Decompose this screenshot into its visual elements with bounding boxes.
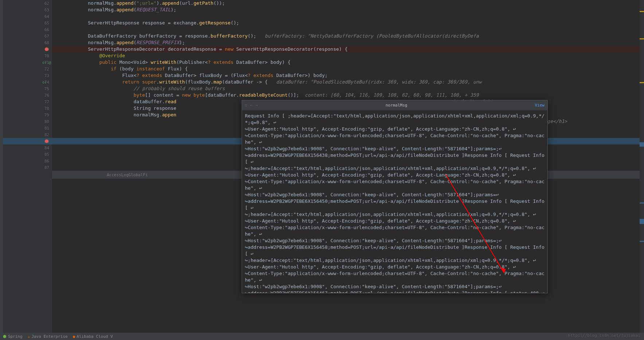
- code-line[interactable]: DataBufferFactory bufferFactory = respon…: [52, 33, 644, 39]
- info-marker-icon[interactable]: [640, 202, 644, 204]
- tool-tab-spring[interactable]: ⬢Spring: [3, 334, 23, 339]
- code-line[interactable]: @Override: [52, 53, 644, 59]
- tool-tab-java-ee[interactable]: ☕Java Enterprise: [28, 334, 68, 339]
- line-number: 72: [38, 67, 49, 72]
- line-number: 81: [38, 126, 49, 131]
- info-marker-icon[interactable]: [640, 241, 644, 242]
- breakpoint-icon[interactable]: [45, 47, 48, 51]
- code-line[interactable]: normalMsg.append(REQUEST_TAIL);: [52, 7, 644, 13]
- code-line[interactable]: Flux<? extends DataBuffer> fluxBody = (F…: [52, 72, 644, 79]
- line-number: 80: [38, 119, 49, 124]
- line-number: 67: [38, 34, 49, 39]
- info-marker-icon[interactable]: [640, 142, 644, 147]
- line-number: 62: [38, 1, 49, 6]
- line-number: 77: [38, 100, 49, 104]
- nav-back-icon[interactable]: ←: [250, 103, 253, 108]
- editor-gutter[interactable]: 62 63 64 65 66 67 68 69 70 71o↑ @ 72 73 …: [3, 0, 52, 340]
- breakpoint-icon[interactable]: [45, 139, 48, 143]
- code-line[interactable]: ServerHttpResponseDecorator decoratedRes…: [52, 46, 644, 53]
- nav-forward-icon[interactable]: →: [255, 103, 258, 108]
- debug-popup-header: ⊟ ← → normalMsg View: [242, 100, 547, 111]
- line-number: 84: [38, 146, 49, 150]
- line-number: 82: [38, 132, 49, 137]
- debug-value-popup[interactable]: ⊟ ← → normalMsg View Request Info [ ;hea…: [242, 100, 548, 293]
- line-number: 85: [38, 152, 49, 157]
- line-number: 68: [38, 40, 49, 45]
- warning-marker-icon[interactable]: [640, 82, 644, 83]
- breadcrumb-item[interactable]: AccessLogGlobalFi: [107, 173, 148, 177]
- line-number: 75: [38, 86, 49, 91]
- line-number: 78: [38, 106, 49, 111]
- code-line[interactable]: normalMsg.append(";url=").append(url.get…: [52, 0, 644, 7]
- pin-icon[interactable]: ⊟: [245, 103, 247, 108]
- code-line[interactable]: [52, 26, 644, 33]
- line-number: 73: [38, 73, 49, 78]
- status-bar: ⬢Spring ☕Java Enterprise ◉Alibaba Cloud …: [0, 333, 644, 340]
- tool-window-stripe-left[interactable]: [0, 0, 3, 340]
- watermark-text: https://blog.csdn.net/fujiakai: [568, 333, 640, 338]
- debug-variable-name: normalMsg: [261, 103, 532, 108]
- line-number: 65: [38, 21, 49, 26]
- code-editor[interactable]: normalMsg.append(";url=").append(url.get…: [52, 0, 644, 340]
- override-marker-icon[interactable]: o↑ @: [42, 61, 51, 65]
- line-number: 63: [38, 8, 49, 12]
- code-line[interactable]: normalMsg.append(RESPONSE_PREFIX);: [52, 39, 644, 46]
- editor-root: 62 63 64 65 66 67 68 69 70 71o↑ @ 72 73 …: [0, 0, 644, 340]
- code-line[interactable]: public Mono<Void> writeWith(Publisher<? …: [52, 59, 644, 66]
- line-number: 70: [38, 54, 49, 58]
- inline-debug-hint: bufferFactory: "NettyDataBufferFactory (…: [265, 33, 479, 39]
- view-link[interactable]: View: [535, 103, 545, 108]
- info-marker-icon[interactable]: [640, 219, 644, 224]
- constant: REQUEST_TAIL: [136, 7, 171, 12]
- line-number: 76: [38, 93, 49, 98]
- line-number: 66: [38, 27, 49, 32]
- error-stripe[interactable]: [640, 0, 644, 340]
- inline-debug-hint: content: [60, 104, 116, 109, 108, 62, 60…: [305, 92, 479, 98]
- code-line[interactable]: // probably should reuse buffers: [52, 85, 644, 92]
- code-line[interactable]: [52, 13, 644, 20]
- code-line[interactable]: if (body instanceof Flux) {: [52, 66, 644, 72]
- code-line[interactable]: return super.writeWith(fluxBody.map(data…: [52, 79, 644, 85]
- inline-debug-hint: dataBuffer: "PooledSlicedByteBuf(ridx: 3…: [276, 79, 482, 85]
- warning-marker-icon[interactable]: [640, 38, 644, 39]
- code-line[interactable]: ServerHttpResponse response = exchange.g…: [52, 20, 644, 26]
- constant: RESPONSE_PREFIX: [136, 40, 179, 45]
- code-line[interactable]: byte[] content = new byte[dataBuffer.rea…: [52, 92, 644, 98]
- debug-value-text[interactable]: Request Info [ ;header=[Accept:"text/htm…: [242, 111, 547, 293]
- line-number: 79: [38, 113, 49, 117]
- string-literal: ";url=": [136, 0, 156, 6]
- override-marker-icon[interactable]: o↑: [42, 80, 47, 84]
- line-number: 64: [38, 14, 49, 19]
- line-number: 87: [38, 165, 49, 170]
- line-number: 86: [38, 159, 49, 163]
- warning-marker-icon[interactable]: [640, 11, 644, 12]
- tool-tab-alibaba[interactable]: ◉Alibaba Cloud V: [73, 334, 113, 339]
